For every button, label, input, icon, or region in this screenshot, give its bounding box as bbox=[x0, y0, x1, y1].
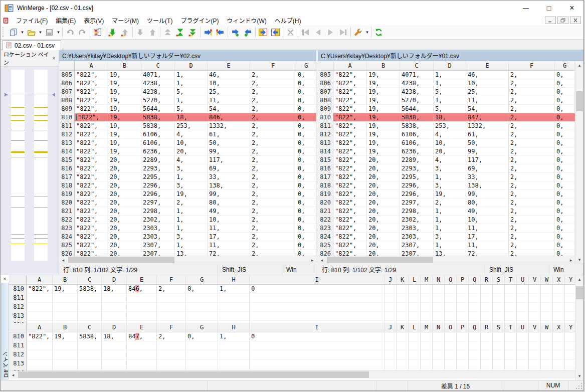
cell[interactable] bbox=[384, 312, 397, 320]
cell[interactable] bbox=[409, 312, 421, 320]
cell[interactable]: 4238, bbox=[141, 79, 175, 87]
cell[interactable]: "822", bbox=[333, 96, 367, 104]
cell[interactable] bbox=[469, 332, 481, 341]
cell[interactable]: 0, bbox=[296, 88, 316, 96]
cell[interactable] bbox=[409, 303, 421, 311]
cell[interactable]: 2, bbox=[509, 173, 555, 181]
cell[interactable] bbox=[433, 341, 445, 350]
cell[interactable]: 847, bbox=[127, 332, 157, 341]
cell[interactable]: 2293, bbox=[400, 164, 434, 172]
cell[interactable] bbox=[517, 341, 529, 350]
cell[interactable]: 61, bbox=[208, 130, 250, 138]
cell[interactable]: 11, bbox=[208, 224, 250, 232]
cell[interactable] bbox=[565, 332, 575, 341]
cell[interactable] bbox=[553, 294, 565, 302]
cell[interactable] bbox=[445, 294, 457, 302]
cell[interactable] bbox=[457, 359, 469, 368]
diff-location-mark[interactable] bbox=[34, 234, 48, 235]
cell[interactable]: 2303, bbox=[141, 233, 175, 241]
cell[interactable]: "822", bbox=[333, 122, 367, 130]
cell[interactable] bbox=[433, 350, 445, 359]
cell[interactable]: 1, bbox=[434, 224, 466, 232]
cell[interactable]: 19, bbox=[367, 130, 400, 138]
cell[interactable]: 19, bbox=[53, 332, 78, 341]
cell[interactable]: 2298, bbox=[400, 207, 434, 215]
cell[interactable] bbox=[529, 285, 541, 293]
cell[interactable]: 1, bbox=[434, 207, 466, 215]
cell[interactable]: 2, bbox=[250, 156, 296, 164]
cell[interactable]: 2, bbox=[250, 250, 296, 256]
cell[interactable]: 20, bbox=[367, 207, 400, 215]
cell[interactable]: 0, bbox=[296, 190, 316, 198]
cell[interactable]: 19, bbox=[108, 96, 141, 104]
cell[interactable]: "822", bbox=[75, 139, 108, 147]
cell[interactable] bbox=[27, 359, 53, 368]
cell[interactable] bbox=[421, 332, 433, 341]
cell[interactable]: 19, bbox=[367, 147, 400, 155]
cell[interactable] bbox=[409, 341, 421, 350]
cell[interactable] bbox=[157, 350, 186, 359]
cell[interactable]: 99, bbox=[466, 147, 509, 155]
cell[interactable]: 1, bbox=[434, 96, 466, 104]
cell[interactable]: 0, bbox=[296, 199, 316, 207]
cell[interactable]: 0, bbox=[555, 113, 575, 121]
cell[interactable]: 20, bbox=[108, 241, 141, 249]
cell[interactable]: 11, bbox=[466, 241, 509, 249]
cell[interactable] bbox=[529, 332, 541, 341]
cell[interactable] bbox=[127, 303, 157, 311]
cell[interactable]: 0, bbox=[296, 164, 316, 172]
cell[interactable]: "822", bbox=[333, 156, 367, 164]
diff-vertical-scrollbar[interactable]: ▴ ▾ bbox=[575, 275, 583, 380]
cell[interactable]: 1, bbox=[434, 173, 466, 181]
cell[interactable] bbox=[505, 285, 517, 293]
cell[interactable]: 5838, bbox=[78, 332, 102, 341]
cell[interactable] bbox=[127, 341, 157, 350]
cell[interactable] bbox=[469, 350, 481, 359]
new-button-dropdown[interactable]: ▼ bbox=[20, 30, 25, 35]
diff-horizontal-scrollbar[interactable]: ◂ bbox=[9, 370, 575, 378]
cell[interactable]: "822", bbox=[333, 233, 367, 241]
cell[interactable] bbox=[250, 303, 384, 311]
resize-grip[interactable] bbox=[576, 380, 583, 390]
cell[interactable]: 2, bbox=[509, 164, 555, 172]
cell[interactable]: 20, bbox=[108, 181, 141, 189]
cell[interactable]: 2, bbox=[250, 105, 296, 113]
cell[interactable]: 25, bbox=[208, 88, 250, 96]
cell[interactable] bbox=[250, 312, 384, 320]
cell[interactable]: 2297, bbox=[400, 199, 434, 207]
cell[interactable] bbox=[541, 285, 553, 293]
cell[interactable] bbox=[250, 350, 384, 359]
cell[interactable]: 2302, bbox=[400, 216, 434, 224]
cell[interactable]: 0, bbox=[555, 71, 575, 79]
cell[interactable] bbox=[78, 350, 102, 359]
cell[interactable]: 1, bbox=[175, 79, 208, 87]
cell[interactable] bbox=[493, 359, 505, 368]
cell[interactable]: 4238, bbox=[141, 88, 175, 96]
cell[interactable] bbox=[445, 332, 457, 341]
cell[interactable]: 2, bbox=[509, 181, 555, 189]
cell[interactable]: 2, bbox=[250, 130, 296, 138]
tab-02csv-01csv[interactable]: 02.csv - 01.csv bbox=[3, 40, 61, 50]
menu-item-edit[interactable]: 編集(E) bbox=[52, 16, 80, 25]
cell[interactable]: 2, bbox=[509, 233, 555, 241]
cell[interactable]: 2, bbox=[509, 190, 555, 198]
cell[interactable]: 0, bbox=[186, 332, 218, 341]
cell[interactable] bbox=[481, 359, 493, 368]
cell[interactable] bbox=[433, 312, 445, 320]
cell[interactable] bbox=[457, 341, 469, 350]
scroll-left-icon[interactable]: ◂ bbox=[318, 256, 326, 264]
cell[interactable]: 0, bbox=[296, 113, 316, 121]
cell[interactable]: 6106, bbox=[400, 130, 434, 138]
cell[interactable] bbox=[250, 359, 384, 368]
cell[interactable] bbox=[529, 359, 541, 368]
cell[interactable] bbox=[157, 303, 186, 311]
cell[interactable]: 20, bbox=[367, 216, 400, 224]
cell[interactable]: "822", bbox=[75, 105, 108, 113]
mdi-restore-button[interactable] bbox=[557, 17, 568, 24]
cell[interactable]: 2303, bbox=[400, 233, 434, 241]
cell[interactable]: 80, bbox=[208, 199, 250, 207]
cell[interactable]: 4, bbox=[434, 130, 466, 138]
cell[interactable]: 19, bbox=[175, 190, 208, 198]
cell[interactable] bbox=[27, 294, 53, 302]
cell[interactable]: 3, bbox=[434, 233, 466, 241]
